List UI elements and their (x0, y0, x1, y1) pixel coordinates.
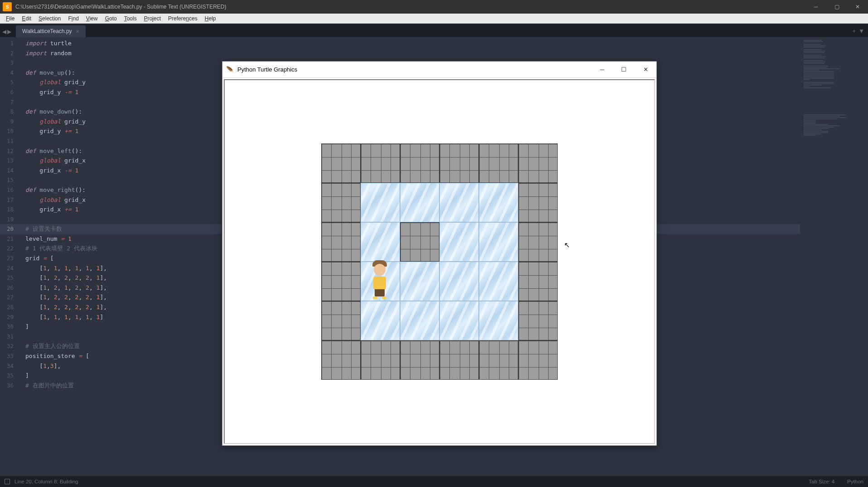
ice-tile (439, 183, 479, 222)
turtle-minimize-button[interactable]: ─ (591, 62, 613, 77)
wall-tile (518, 222, 558, 262)
ice-tile (400, 301, 439, 340)
window-title: C:\Users\27316\Desktop\Game\WalkLatticeT… (14, 4, 805, 10)
turtle-maximize-button[interactable]: ☐ (613, 62, 635, 77)
turtle-canvas (224, 79, 655, 444)
ice-tile (479, 262, 518, 301)
wall-tile (479, 340, 518, 380)
tabbar: ◀ ▶ WalkLatticeTeach.py ✕ + ▼ (0, 24, 868, 37)
ice-tile (361, 301, 400, 340)
wall-tile (518, 262, 558, 301)
wall-tile (321, 340, 361, 380)
turtle-window-title: Python Turtle Graphics (237, 66, 591, 73)
minimize-button[interactable]: ─ (805, 0, 826, 14)
ice-tile (361, 222, 400, 262)
python-feather-icon: 🪶 (226, 66, 234, 73)
wall-tile (400, 143, 439, 183)
wall-tile (321, 143, 361, 183)
wall-tile (518, 183, 558, 222)
wall-tile (361, 143, 400, 183)
window-controls: ─ ▢ ✕ (805, 0, 868, 14)
status-cursor-pos: Line 20, Column 8; Building (14, 479, 78, 484)
wall-tile (400, 222, 439, 262)
ice-tile (400, 183, 439, 222)
wall-tile (518, 301, 558, 340)
game-grid (321, 143, 558, 380)
mouse-cursor: ↖ (564, 241, 570, 249)
statusbar: Line 20, Column 8; Building Tab Size: 4 … (0, 476, 868, 487)
menu-find[interactable]: Find (64, 14, 82, 23)
ice-tile (479, 222, 518, 262)
line-gutter: 1234567891011121314151617181920212223242… (0, 37, 22, 476)
back-button[interactable]: ◀ (2, 29, 6, 35)
player-sprite (371, 264, 389, 299)
window-titlebar: S C:\Users\27316\Desktop\Game\WalkLattic… (0, 0, 868, 14)
status-tabsize[interactable]: Tab Size: 4 (809, 479, 834, 484)
nav-arrows: ◀ ▶ (2, 29, 11, 35)
menu-edit[interactable]: Edit (18, 14, 35, 23)
turtle-window: 🪶 Python Turtle Graphics ─ ☐ ✕ (222, 61, 657, 446)
maximize-button[interactable]: ▢ (826, 0, 847, 14)
minimap[interactable] (800, 37, 868, 476)
wall-tile (321, 222, 361, 262)
wall-tile (439, 143, 479, 183)
menu-selection[interactable]: Selection (35, 14, 64, 23)
wall-tile (479, 143, 518, 183)
menu-file[interactable]: File (2, 14, 18, 23)
wall-tile (361, 340, 400, 380)
wall-tile (321, 183, 361, 222)
sublime-icon: S (3, 2, 12, 11)
menu-tools[interactable]: Tools (121, 14, 140, 23)
ice-tile (439, 262, 479, 301)
menubar: File Edit Selection Find View Goto Tools… (0, 14, 868, 24)
tab-walklatticeteach[interactable]: WalkLatticeTeach.py ✕ (16, 25, 86, 37)
wall-tile (321, 301, 361, 340)
ice-tile (439, 222, 479, 262)
wall-tile (439, 340, 479, 380)
status-language[interactable]: Python (847, 479, 863, 484)
tab-close-icon[interactable]: ✕ (76, 29, 79, 34)
wall-tile (518, 340, 558, 380)
forward-button[interactable]: ▶ (7, 29, 11, 35)
ice-tile (479, 183, 518, 222)
wall-tile (400, 340, 439, 380)
wall-tile (321, 262, 361, 301)
turtle-close-button[interactable]: ✕ (635, 62, 656, 77)
new-tab-button[interactable]: + (853, 28, 856, 34)
ice-tile (439, 301, 479, 340)
ice-tile (479, 301, 518, 340)
close-button[interactable]: ✕ (847, 0, 868, 14)
menu-help[interactable]: Help (201, 14, 220, 23)
ice-tile (400, 262, 439, 301)
menu-project[interactable]: Project (140, 14, 164, 23)
wall-tile (518, 143, 558, 183)
tab-menu-button[interactable]: ▼ (858, 28, 864, 34)
turtle-titlebar[interactable]: 🪶 Python Turtle Graphics ─ ☐ ✕ (222, 62, 656, 78)
menu-preferences[interactable]: Preferences (164, 14, 201, 23)
menu-goto[interactable]: Goto (101, 14, 121, 23)
tab-label: WalkLatticeTeach.py (22, 28, 72, 34)
menu-view[interactable]: View (82, 14, 101, 23)
status-panel-icon[interactable] (5, 479, 10, 484)
ice-tile (361, 183, 400, 222)
